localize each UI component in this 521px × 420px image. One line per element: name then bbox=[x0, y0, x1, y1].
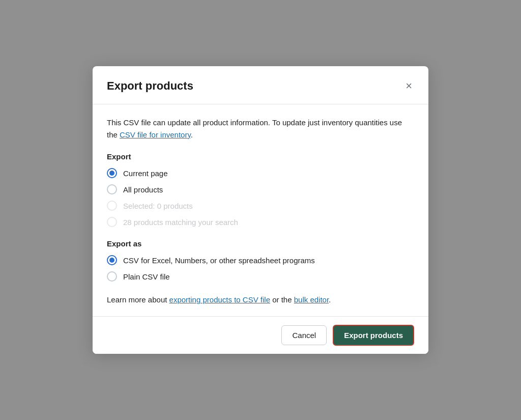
radio-all-products-label: All products bbox=[123, 185, 163, 194]
csv-inventory-link[interactable]: CSV file for inventory bbox=[120, 130, 191, 139]
radio-current-page-label: Current page bbox=[123, 169, 168, 178]
radio-csv-excel[interactable]: CSV for Excel, Numbers, or other spreads… bbox=[107, 255, 414, 265]
radio-matching: 28 products matching your search bbox=[107, 217, 414, 227]
export-csv-link[interactable]: exporting products to CSV file bbox=[169, 295, 270, 304]
radio-plain-csv-label: Plain CSV file bbox=[123, 272, 170, 281]
bulk-editor-link[interactable]: bulk editor bbox=[294, 295, 329, 304]
export-as-label: Export as bbox=[107, 239, 414, 248]
radio-matching-label: 28 products matching your search bbox=[123, 218, 238, 227]
export-section-label: Export bbox=[107, 152, 414, 161]
radio-plain-csv[interactable]: Plain CSV file bbox=[107, 271, 414, 282]
radio-plain-csv-circle bbox=[107, 271, 117, 282]
radio-csv-excel-label: CSV for Excel, Numbers, or other spreads… bbox=[123, 256, 315, 265]
description-end: . bbox=[191, 130, 193, 139]
radio-all-products-circle bbox=[107, 184, 117, 194]
modal-footer: Cancel Export products bbox=[93, 316, 428, 354]
export-radio-group: Current page All products Selected: 0 pr… bbox=[107, 168, 414, 227]
modal-overlay: Export products × This CSV file can upda… bbox=[0, 0, 521, 420]
radio-selected-label: Selected: 0 products bbox=[123, 202, 193, 210]
cancel-button[interactable]: Cancel bbox=[281, 325, 327, 345]
modal-body: This CSV file can update all product inf… bbox=[93, 104, 428, 316]
radio-current-page[interactable]: Current page bbox=[107, 168, 414, 178]
export-products-modal: Export products × This CSV file can upda… bbox=[93, 66, 428, 354]
footer-note: Learn more about exporting products to C… bbox=[107, 294, 414, 306]
close-button[interactable]: × bbox=[403, 78, 414, 94]
radio-selected: Selected: 0 products bbox=[107, 201, 414, 211]
radio-current-page-circle bbox=[107, 168, 117, 178]
modal-header: Export products × bbox=[93, 66, 428, 104]
description-text: This CSV file can update all product inf… bbox=[107, 117, 414, 141]
radio-selected-circle bbox=[107, 201, 117, 211]
export-as-radio-group: CSV for Excel, Numbers, or other spreads… bbox=[107, 255, 414, 282]
radio-matching-circle bbox=[107, 217, 117, 227]
radio-all-products[interactable]: All products bbox=[107, 184, 414, 194]
radio-csv-excel-circle bbox=[107, 255, 117, 265]
export-products-button[interactable]: Export products bbox=[333, 325, 414, 346]
modal-title: Export products bbox=[107, 79, 193, 93]
